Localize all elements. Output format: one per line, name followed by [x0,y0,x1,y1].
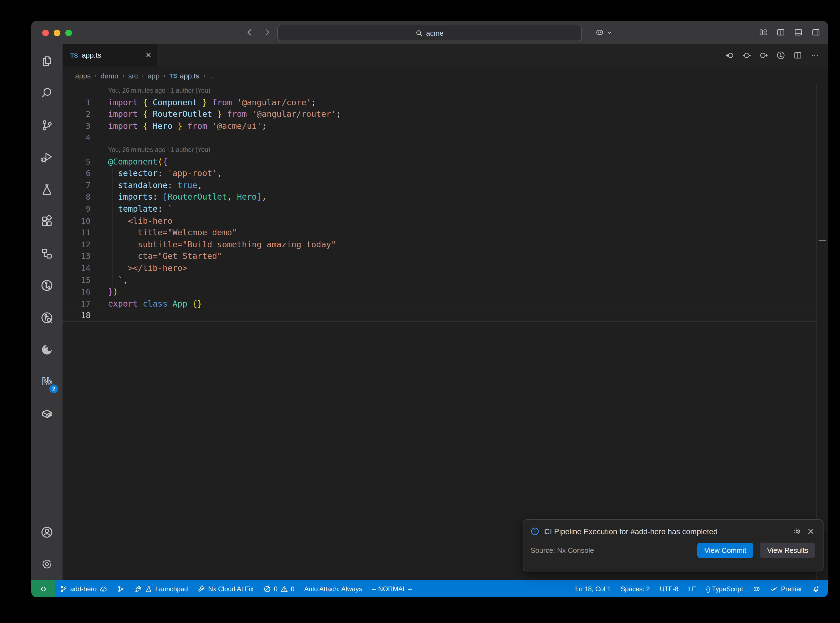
statusbar-copilot-status[interactable] [748,580,766,597]
breadcrumb-symbol[interactable]: … [209,72,217,80]
activitybar-item-container[interactable] [31,398,63,430]
container-icon [41,408,53,420]
copilot-menu[interactable] [595,21,613,44]
statusbar-prettier[interactable]: Prettier [766,580,807,597]
tab-label: app.ts [82,51,141,59]
statusbar-label: {} TypeScript [706,585,743,592]
source-control-icon [41,119,53,132]
minimize-window-button[interactable] [54,30,60,36]
line-number: 2 [63,109,91,120]
activitybar-item-files[interactable] [31,45,63,77]
statusbar-language-mode[interactable]: {} TypeScript [701,580,748,597]
code-line: 9 template: ` [63,204,828,215]
activitybar-item-edge[interactable] [31,334,63,366]
statusbar-label: Nx Cloud AI Fix [208,585,253,592]
change-next-icon[interactable] [759,51,768,60]
activitybar-item-testing[interactable] [31,173,63,206]
breadcrumb-item[interactable]: apps [75,72,91,80]
line-number: 4 [63,132,91,144]
statusbar-label: Prettier [781,585,802,592]
blame-annotation: You, 26 minutes ago | 1 author (You) [63,85,828,97]
statusbar-indentation[interactable]: Spaces: 2 [616,580,655,597]
activitybar-item-gitlens[interactable] [31,270,63,302]
activitybar-item-flow[interactable] [31,238,63,270]
gitlens-graph-icon[interactable] [776,51,785,60]
breadcrumb-item[interactable]: demo [100,72,118,80]
activitybar-item-search[interactable] [31,77,63,109]
code-line: 8 imports: [RouterOutlet, Hero], [63,192,828,204]
panel-left-icon[interactable] [776,28,785,37]
tab-bar: TS app.ts ✕ [63,44,828,66]
warning-icon [280,585,288,592]
statusbar-label: UTF-8 [660,585,679,592]
activitybar-item-debug[interactable] [31,141,63,173]
more-icon[interactable] [810,51,819,60]
back-icon[interactable] [245,28,254,37]
close-window-button[interactable] [42,30,49,36]
remote-icon [39,585,47,592]
desktop: acme N›2 TS app.ts ✕ apps›de [0,0,840,623]
view-results-button[interactable]: View Results [760,543,815,558]
check-double-icon [771,585,778,592]
activitybar-item-gitlens-inspect[interactable] [31,302,63,334]
breadcrumb-file[interactable]: app.ts [180,72,200,80]
editor-scrollbar[interactable] [816,85,828,580]
notification-close-icon[interactable] [806,527,815,536]
gitlens-inspect-icon [41,312,53,324]
code-line: 5@Component({ [63,156,828,168]
account-icon [41,526,53,539]
breadcrumb-item[interactable]: src [128,72,138,80]
editor-group: TS app.ts ✕ apps›demo›src›app›TSapp.ts›…… [63,44,828,580]
statusbar-auto-attach[interactable]: Auto Attach: Always [299,580,367,597]
command-center-search[interactable]: acme [277,25,582,41]
chevron-right-icon: › [141,72,144,80]
forward-icon[interactable] [263,28,272,37]
activitybar-item-extensions[interactable] [31,206,63,238]
panel-bottom-icon[interactable] [794,28,803,37]
activitybar-item-source-control[interactable] [31,109,63,141]
statusbar-gitlens-launchpad[interactable]: Launchpad [129,580,193,597]
statusbar-eol[interactable]: LF [683,580,701,597]
statusbar-vim-mode[interactable]: -- NORMAL -- [367,580,417,597]
line-number: 12 [63,239,91,251]
change-circle-icon[interactable] [742,51,751,60]
tab-close-icon[interactable]: ✕ [145,51,151,59]
statusbar-notifications-bell[interactable] [807,580,825,597]
statusbar-label: 0 [274,585,277,592]
extensions-icon [41,215,53,228]
cloud-upload-icon [99,585,107,592]
statusbar-label: Ln 18, Col 1 [575,585,611,592]
change-prev-icon[interactable] [725,51,734,60]
code-editor[interactable]: You, 26 minutes ago | 1 author (You)1imp… [63,85,828,580]
zoom-window-button[interactable] [65,30,72,36]
split-editor-icon[interactable] [793,51,802,60]
badge: 2 [49,384,58,393]
view-commit-button[interactable]: View Commit [697,543,754,558]
layout-icon[interactable] [759,28,768,37]
statusbar-cursor-position[interactable]: Ln 18, Col 1 [570,580,616,597]
statusbar-nx-cloud-ai-fix[interactable]: Nx Cloud AI Fix [193,580,258,597]
code-line: 16}) [63,286,828,298]
breadcrumb-item[interactable]: app [147,72,160,80]
statusbar-problems[interactable]: 00 [258,580,299,597]
statusbar-commit-graph[interactable] [112,580,129,597]
line-number: 7 [63,180,91,192]
notification-toast: CI Pipeline Execution for #add-hero has … [523,519,823,571]
tab-app-ts[interactable]: TS app.ts ✕ [63,44,157,66]
debug-icon [41,151,53,164]
code-line: 17export class App {} [63,298,828,310]
bell-dot-icon [812,585,820,592]
activitybar-item-nx[interactable]: N›2 [31,366,63,398]
line-number: 14 [63,263,91,275]
statusbar-remote-indicator[interactable] [31,580,55,597]
code-line: 2import { RouterOutlet } from '@angular/… [63,109,828,120]
code-line: 15 `, [63,275,828,286]
chevron-right-icon: › [122,72,124,80]
code-line: 11 title="Welcmoe demo" [63,227,828,239]
activitybar-item-settings-gear[interactable] [31,548,63,580]
notification-gear-icon[interactable] [793,527,802,536]
statusbar-encoding[interactable]: UTF-8 [655,580,683,597]
statusbar-git-branch[interactable]: add-hero [55,580,112,597]
panel-right-icon[interactable] [811,28,820,37]
activitybar-item-account[interactable] [31,516,63,548]
